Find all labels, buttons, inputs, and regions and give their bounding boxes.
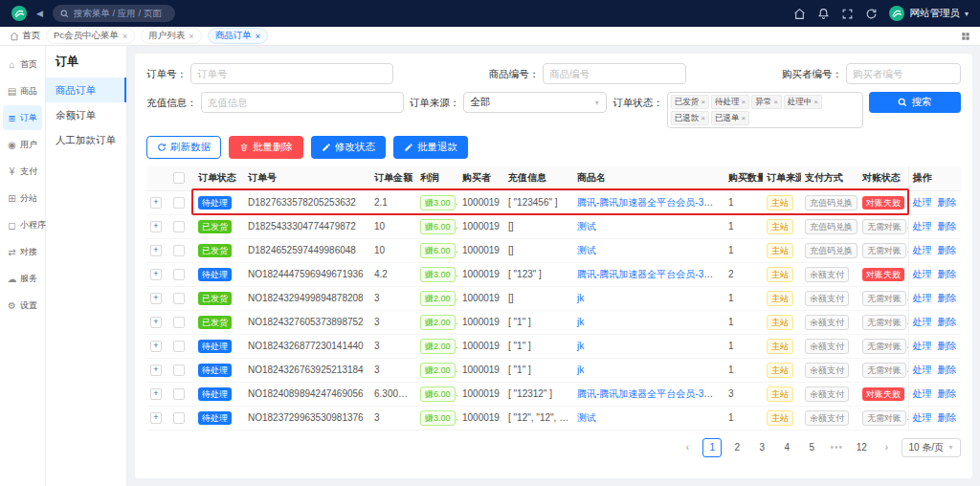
layout-grid-icon[interactable]: [961, 32, 970, 41]
expand-row-button[interactable]: +: [150, 245, 162, 256]
sidebar-item-dock[interactable]: ⇄对接: [3, 239, 42, 264]
expand-row-button[interactable]: +: [150, 197, 162, 209]
row-checkbox[interactable]: [173, 388, 185, 400]
expand-row-button[interactable]: +: [150, 341, 162, 352]
next-page-button[interactable]: ›: [877, 438, 896, 457]
status-filter-tag[interactable]: 已发货×: [671, 95, 709, 109]
delete-link[interactable]: 删除: [938, 341, 957, 351]
global-search-input[interactable]: 搜索菜单 / 应用 / 页面: [53, 5, 175, 22]
page-button-12[interactable]: 12: [852, 438, 871, 457]
status-multiselect[interactable]: 已发货×待处理×异常×处理中×已退款×已退单×: [667, 92, 863, 128]
close-icon[interactable]: ×: [122, 32, 127, 41]
sidebar-item-payment[interactable]: ¥支付: [3, 159, 42, 184]
page-button-5[interactable]: 5: [802, 438, 821, 457]
handle-link[interactable]: 处理: [913, 364, 932, 375]
page-size-select[interactable]: 10 条/页▼: [902, 438, 961, 457]
handle-link[interactable]: 处理: [913, 197, 932, 208]
expand-row-button[interactable]: +: [150, 364, 162, 376]
batch-refund-button[interactable]: 批量退款: [393, 136, 468, 159]
product-link[interactable]: jk: [577, 364, 584, 375]
handle-link[interactable]: 处理: [913, 412, 932, 423]
buyer-no-input[interactable]: [846, 63, 961, 84]
delete-link[interactable]: 删除: [938, 388, 957, 399]
handle-link[interactable]: 处理: [913, 221, 932, 232]
status-filter-tag[interactable]: 已退款×: [671, 111, 709, 125]
product-link[interactable]: 腾讯-腾讯加速器全平台会员-3天-元-直充 (充QQ号): [577, 388, 724, 399]
status-filter-tag[interactable]: 已退单×: [711, 111, 749, 125]
product-link[interactable]: 测试: [577, 412, 596, 423]
expand-row-button[interactable]: +: [150, 317, 162, 328]
source-select[interactable]: 全部 ▼: [463, 92, 607, 113]
close-icon[interactable]: ×: [813, 96, 818, 108]
row-checkbox[interactable]: [173, 221, 185, 232]
sidebar-item-miniapp[interactable]: ◻小程序: [3, 212, 42, 237]
sidebar-collapse-icon[interactable]: ◀: [36, 9, 43, 18]
delete-link[interactable]: 删除: [938, 221, 957, 232]
row-checkbox[interactable]: [173, 293, 185, 304]
page-button-3[interactable]: 3: [752, 438, 771, 457]
close-icon[interactable]: ×: [741, 112, 746, 124]
row-checkbox[interactable]: [173, 412, 185, 424]
expand-row-button[interactable]: +: [150, 269, 162, 280]
row-checkbox[interactable]: [173, 341, 185, 352]
prev-page-button[interactable]: ‹: [678, 438, 697, 457]
close-icon[interactable]: ×: [256, 32, 260, 41]
delete-link[interactable]: 删除: [938, 317, 957, 327]
bell-icon[interactable]: [817, 8, 830, 20]
delete-link[interactable]: 删除: [938, 293, 957, 303]
refresh-icon[interactable]: [865, 8, 878, 20]
sidebar-item-home[interactable]: ⌂首页: [3, 52, 42, 77]
close-icon[interactable]: ×: [701, 112, 705, 124]
handle-link[interactable]: 处理: [913, 269, 932, 279]
sidebar-item-orders[interactable]: ≣订单: [3, 105, 42, 130]
select-all-checkbox[interactable]: [173, 172, 185, 184]
delete-link[interactable]: 删除: [938, 245, 957, 255]
expand-row-button[interactable]: +: [150, 412, 162, 424]
sidebar-item-substation[interactable]: ⊞分站: [3, 186, 42, 210]
change-status-button[interactable]: 修改状态: [311, 136, 386, 159]
sidebar-item-services[interactable]: ☁服务: [3, 266, 42, 291]
row-checkbox[interactable]: [173, 197, 185, 209]
close-icon[interactable]: ×: [741, 96, 746, 108]
status-filter-tag[interactable]: 异常×: [751, 95, 782, 109]
product-link[interactable]: 腾讯-腾讯加速器全平台会员-3天-元-直充 (充QQ号): [577, 269, 724, 279]
row-checkbox[interactable]: [173, 364, 185, 376]
recharge-input[interactable]: [201, 92, 404, 113]
expand-row-button[interactable]: +: [150, 221, 162, 232]
search-button[interactable]: 搜索: [869, 92, 961, 113]
handle-link[interactable]: 处理: [913, 341, 932, 351]
delete-link[interactable]: 删除: [938, 364, 957, 375]
home-icon[interactable]: [793, 8, 806, 20]
tab-item-0[interactable]: Pc会员中心菜单×: [46, 28, 135, 44]
sidebar-item-goods[interactable]: ▤商品: [3, 78, 42, 103]
tab-item-2[interactable]: 商品订单×: [208, 28, 268, 44]
handle-link[interactable]: 处理: [913, 245, 932, 255]
sidebar-item-settings[interactable]: ⚙设置: [3, 293, 42, 318]
refresh-data-button[interactable]: 刷新数据: [146, 136, 221, 159]
status-filter-tag[interactable]: 处理中×: [784, 95, 822, 109]
product-link[interactable]: jk: [577, 317, 584, 327]
row-checkbox[interactable]: [173, 269, 185, 280]
order-no-input[interactable]: [190, 63, 393, 84]
expand-row-button[interactable]: +: [150, 293, 162, 304]
submenu-item-balance-orders[interactable]: 余额订单: [46, 102, 126, 127]
handle-link[interactable]: 处理: [913, 388, 932, 399]
delete-link[interactable]: 删除: [938, 269, 957, 279]
sidebar-item-users[interactable]: ◉用户: [3, 132, 42, 157]
row-checkbox[interactable]: [173, 317, 185, 328]
handle-link[interactable]: 处理: [913, 293, 932, 303]
close-icon[interactable]: ×: [773, 96, 778, 108]
batch-delete-button[interactable]: 批量删除: [229, 136, 303, 159]
row-checkbox[interactable]: [173, 245, 185, 256]
product-link[interactable]: 测试: [577, 245, 596, 255]
submenu-item-manual-orders[interactable]: 人工加款订单: [46, 127, 126, 152]
delete-link[interactable]: 删除: [938, 197, 957, 208]
delete-link[interactable]: 删除: [938, 412, 957, 423]
handle-link[interactable]: 处理: [913, 317, 932, 327]
close-icon[interactable]: ×: [701, 96, 705, 108]
page-button-2[interactable]: 2: [727, 438, 746, 457]
product-link[interactable]: 腾讯-腾讯加速器全平台会员-3天-元-直充 (充QQ号): [577, 197, 724, 208]
page-button-4[interactable]: 4: [777, 438, 796, 457]
close-icon[interactable]: ×: [189, 32, 193, 41]
expand-row-button[interactable]: +: [150, 388, 162, 400]
